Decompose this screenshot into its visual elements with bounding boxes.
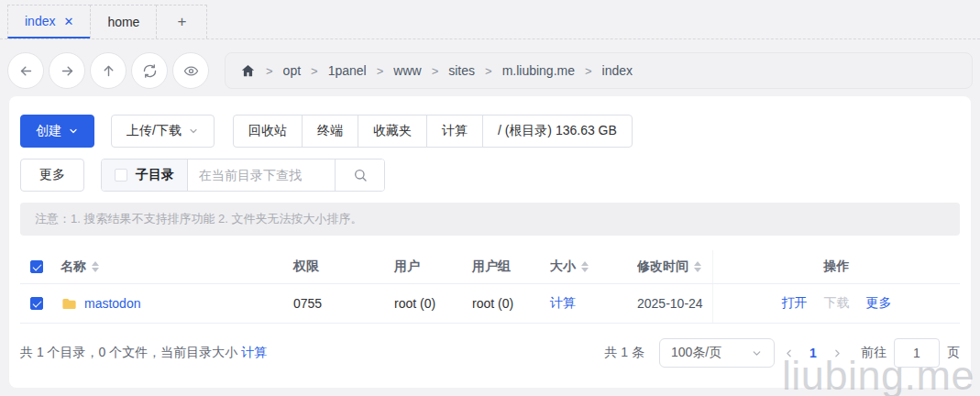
- create-button-label: 创建: [36, 123, 61, 139]
- user-cell: root (0): [394, 296, 472, 311]
- operations-cell: 打开 下载 更多: [712, 284, 960, 323]
- card-footer: 共 1 个目录，0 个文件，当前目录大小 计算 共 1 条 100条/页 1: [20, 336, 960, 369]
- download-link[interactable]: 下载: [824, 295, 850, 312]
- filter-bar: 更多 子目录: [20, 159, 960, 192]
- refresh-button[interactable]: [131, 52, 168, 89]
- terminal-button[interactable]: 终端: [302, 115, 358, 148]
- sort-icon[interactable]: [92, 261, 99, 272]
- more-actions-link[interactable]: 更多: [866, 295, 892, 312]
- breadcrumb-separator: >: [377, 64, 384, 78]
- breadcrumb-item-sites[interactable]: sites: [448, 63, 475, 78]
- chevron-down-icon: [68, 126, 79, 137]
- breadcrumb-separator: >: [585, 64, 592, 78]
- page-number-1[interactable]: 1: [803, 346, 823, 360]
- upload-download-label: 上传/下载: [127, 123, 182, 139]
- header-name[interactable]: 名称: [61, 258, 293, 275]
- breadcrumb-separator: >: [485, 64, 492, 78]
- subdir-option: 子目录: [102, 160, 188, 191]
- header-user: 用户: [394, 258, 472, 275]
- chevron-right-icon: [831, 347, 843, 359]
- goto-label: 前往: [861, 345, 886, 361]
- file-name-cell: mastodon: [61, 295, 293, 313]
- eye-icon: [183, 63, 199, 79]
- chevron-left-icon: [783, 347, 795, 359]
- size-cell: 计算: [550, 295, 637, 312]
- row-checkbox[interactable]: [30, 297, 43, 310]
- back-button[interactable]: [7, 52, 44, 89]
- page-size-value: 100条/页: [671, 345, 721, 361]
- row-checkbox-cell: [20, 297, 61, 310]
- file-manager-card: 创建 上传/下载 回收站 终端 收藏夹 计算 / (根目录) 136.63 GB: [9, 96, 971, 388]
- subdir-label: 子目录: [136, 167, 174, 183]
- header-modified[interactable]: 修改时间: [637, 258, 712, 275]
- tab-strip: index ✕ home +: [0, 0, 980, 39]
- tab-index[interactable]: index ✕: [7, 5, 91, 38]
- search-group: 子目录: [101, 159, 385, 192]
- chevron-down-icon: [188, 126, 199, 137]
- tab-index-label: index: [25, 14, 55, 28]
- breadcrumb-item-opt[interactable]: opt: [283, 63, 301, 78]
- breadcrumb-separator: >: [266, 64, 273, 78]
- group-cell: root (0): [472, 296, 550, 311]
- directory-summary: 共 1 个目录，0 个文件，当前目录大小: [20, 345, 237, 361]
- home-icon[interactable]: [240, 63, 256, 79]
- file-table: 名称 权限 用户 用户组 大小 修改时间: [20, 250, 960, 324]
- more-button[interactable]: 更多: [20, 159, 84, 192]
- sort-icon[interactable]: [694, 261, 701, 272]
- upload-download-button[interactable]: 上传/下载: [111, 115, 215, 148]
- arrow-left-icon: [18, 63, 34, 79]
- toolbar: 创建 上传/下载 回收站 终端 收藏夹 计算 / (根目录) 136.63 GB: [20, 115, 960, 148]
- file-name-link[interactable]: mastodon: [84, 296, 140, 311]
- forward-button[interactable]: [49, 52, 85, 89]
- table-row[interactable]: mastodon 0755 root (0) root (0) 计算 2025-…: [20, 284, 960, 324]
- folder-icon: [61, 295, 78, 313]
- breadcrumb: > opt > 1panel > www > sites > m.liubing…: [225, 52, 973, 89]
- file-manager-page: index ✕ home +: [0, 0, 980, 396]
- goto-page: 前往 页: [861, 338, 960, 368]
- create-button[interactable]: 创建: [20, 115, 94, 148]
- page-size-select[interactable]: 100条/页: [659, 338, 775, 368]
- recycle-bin-button[interactable]: 回收站: [233, 115, 303, 148]
- header-group: 用户组: [472, 258, 550, 275]
- add-tab-button[interactable]: +: [156, 5, 207, 38]
- subdir-checkbox[interactable]: [115, 169, 127, 182]
- favorites-button[interactable]: 收藏夹: [358, 115, 427, 148]
- arrow-right-icon: [60, 63, 75, 79]
- modified-time-cell: 2025-10-24: [637, 296, 712, 311]
- breadcrumb-item-domain[interactable]: m.liubing.me: [502, 63, 575, 78]
- breadcrumb-separator: >: [432, 64, 439, 78]
- search-button[interactable]: [335, 160, 384, 191]
- up-directory-button[interactable]: [90, 52, 127, 89]
- tab-home[interactable]: home: [90, 5, 157, 38]
- header-operations: 操作: [712, 250, 960, 283]
- search-icon: [353, 168, 368, 182]
- header-size[interactable]: 大小: [550, 258, 637, 275]
- disk-usage-info: / (根目录) 136.63 GB: [482, 115, 633, 148]
- open-link[interactable]: 打开: [782, 295, 808, 312]
- header-permission: 权限: [293, 258, 394, 275]
- refresh-icon: [142, 63, 158, 79]
- goto-page-input[interactable]: [894, 338, 940, 368]
- pagination: 共 1 条 100条/页 1: [604, 338, 960, 368]
- chevron-down-icon: [751, 347, 763, 359]
- sort-icon[interactable]: [581, 261, 589, 272]
- preview-toggle-button[interactable]: [172, 52, 209, 89]
- navigation-bar: > opt > 1panel > www > sites > m.liubing…: [7, 52, 973, 89]
- breadcrumb-item-1panel[interactable]: 1panel: [328, 63, 367, 78]
- select-all-checkbox[interactable]: [30, 260, 43, 273]
- page-unit-label: 页: [947, 345, 960, 361]
- breadcrumb-item-www[interactable]: www: [393, 63, 421, 78]
- next-page-button[interactable]: [831, 347, 843, 359]
- calculate-size-link[interactable]: 计算: [550, 295, 576, 310]
- tab-home-label: home: [107, 15, 139, 29]
- arrow-up-icon: [101, 63, 116, 79]
- permission-cell: 0755: [293, 296, 394, 311]
- close-icon[interactable]: ✕: [63, 16, 73, 28]
- calculate-button[interactable]: 计算: [426, 115, 483, 148]
- breadcrumb-item-index[interactable]: index: [602, 63, 633, 78]
- breadcrumb-separator: >: [311, 64, 318, 78]
- calculate-dir-size-link[interactable]: 计算: [241, 345, 267, 361]
- prev-page-button[interactable]: [783, 347, 795, 359]
- notice-banner: 注意：1. 搜索结果不支持排序功能 2. 文件夹无法按大小排序。: [20, 203, 960, 236]
- search-input[interactable]: [188, 160, 335, 191]
